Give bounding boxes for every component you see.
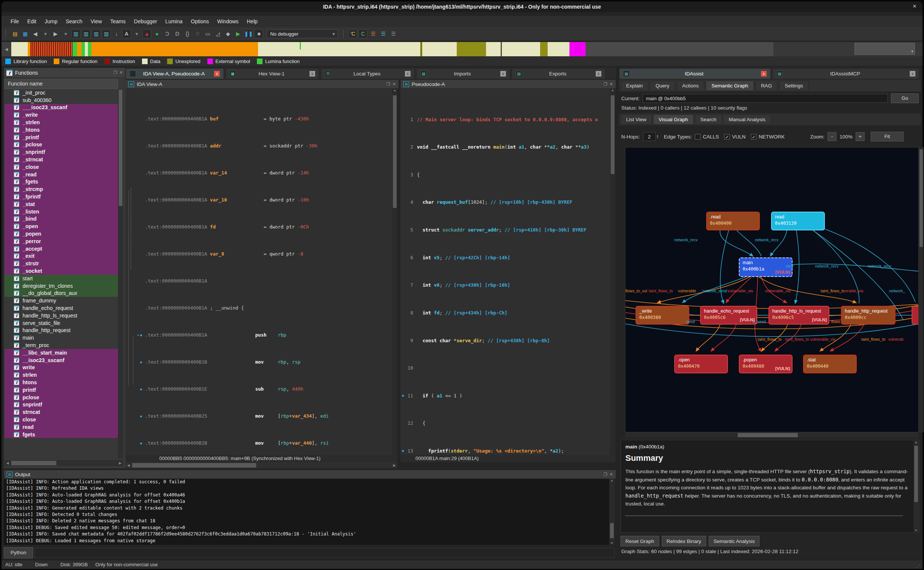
python-console-input[interactable] (35, 548, 615, 558)
go-button[interactable]: Go (891, 93, 919, 103)
idassist-mode-tab[interactable]: Explain (621, 81, 648, 91)
navband-segment[interactable] (72, 42, 77, 56)
menu-item[interactable]: Debugger (130, 17, 161, 26)
function-list-item[interactable]: f _snprintf (5, 148, 118, 156)
navband-range-control[interactable]: ▾ (855, 43, 915, 55)
output-scrollbar[interactable]: ▲▼ (609, 479, 615, 545)
navband-segment[interactable] (457, 42, 486, 56)
toolbar-icon[interactable]: ▤ (11, 29, 20, 38)
function-list-item[interactable]: f handle_http_ls_request (5, 312, 118, 319)
toolbar-icon[interactable]: ◆ (223, 29, 232, 38)
disassembly-line[interactable]: ▾● .text:0000000000400B1A var_14 = dword… (126, 170, 392, 176)
pseudocode-line[interactable]: ● 4 char request_buf[1024]; // [rsp+10h]… (400, 199, 610, 205)
function-list-item[interactable]: f pclose (5, 394, 118, 401)
function-list-item[interactable]: f __do_global_dtors_aux (5, 290, 118, 297)
tab-close-icon[interactable]: x (309, 71, 315, 77)
graph-node[interactable]: read 0x403120 (771, 211, 825, 230)
pseudocode-line[interactable]: ● 12 { (400, 420, 610, 427)
toolbar-icon[interactable]: ▥ (71, 29, 80, 38)
function-list-item[interactable]: f _term_proc (5, 342, 118, 349)
toolbar-icon[interactable]: Ⅾ (173, 29, 182, 38)
function-list-item[interactable]: f _strncat (5, 156, 118, 163)
navband-segment[interactable] (486, 42, 501, 56)
graph-view-tab[interactable]: Visual Graph (653, 115, 694, 124)
analysis-summary-panel[interactable]: main (0x400b1a) Summary This function is… (621, 440, 919, 533)
function-list-item[interactable]: f _close (5, 163, 118, 171)
graph-node[interactable]: .stat 0x400440 (803, 355, 857, 373)
disassembly-line[interactable]: ▾● .text:0000000000400B1B mov rbp, rsp (126, 359, 392, 366)
toolbar-icon[interactable]: ❚❚ (244, 29, 253, 38)
zoom-in-button[interactable]: + (856, 132, 865, 141)
checkbox-icon[interactable]: ✓ (751, 134, 756, 139)
function-list-item[interactable]: f _strcmp (5, 185, 118, 193)
idassist-mode-tab[interactable]: RAG (755, 81, 778, 91)
function-list-item[interactable]: f __libc_start_main (5, 349, 118, 357)
toolbar-icon[interactable]: {} (183, 29, 192, 38)
restore-icon[interactable]: ❐ (114, 70, 117, 75)
graph-node[interactable]: handle_http_ls_request 0x4006c5 [VULN] (769, 306, 829, 325)
tab-idassistmcp[interactable]: ▤ IDAssistMCP x (772, 68, 919, 79)
spinner-arrows-icon[interactable]: ▲▼ (656, 135, 659, 138)
function-list-item[interactable]: f fgets (5, 431, 118, 438)
toolbar-icon[interactable]: ↓ (112, 29, 121, 38)
graph-view-tab[interactable]: Search (695, 115, 722, 124)
menu-item[interactable]: Windows (213, 17, 242, 26)
toolbar-icon[interactable]: C (358, 29, 367, 38)
navband-segment[interactable] (258, 42, 420, 56)
tab-close-icon[interactable]: x (596, 71, 601, 77)
restore-icon[interactable]: ❐ (604, 82, 607, 87)
menu-item[interactable]: File (7, 17, 23, 26)
action-button[interactable]: Reset Graph (621, 536, 659, 546)
disassembly-line[interactable]: ▾● .text:0000000000400B2B mov [rbp+var_4… (126, 440, 392, 447)
output-log[interactable]: [IDAssist] INFO: Action application comp… (4, 479, 609, 545)
current-function-input[interactable]: main @ 0x400bb5 (643, 94, 888, 103)
menu-item[interactable]: Search (62, 17, 86, 26)
toolbar-icon[interactable]: ▲ (142, 29, 151, 38)
disassembly-line[interactable]: ▾● .text:0000000000400B1A ; __unwind { (126, 305, 392, 311)
function-list-item[interactable]: f _read (5, 171, 118, 178)
navband-segment[interactable] (88, 42, 92, 56)
function-list-item[interactable]: f handle_http_request (5, 327, 118, 334)
function-list-item[interactable]: f htons (5, 378, 118, 386)
close-icon[interactable]: ✕ (610, 82, 613, 87)
restore-icon[interactable]: ❐ (386, 82, 390, 87)
navband-left-arrow-icon[interactable]: ◀ (2, 42, 11, 56)
restore-icon[interactable]: ❐ (604, 472, 607, 477)
output-panel-header[interactable]: ▤ Output ❐✕ (4, 470, 616, 479)
function-list-item[interactable]: f _strlen (5, 119, 118, 126)
graph-node[interactable] (912, 306, 919, 325)
toolbar-icon[interactable]: ☰ (378, 29, 387, 38)
navband-segment[interactable] (81, 42, 85, 56)
idassist-mode-tab[interactable]: Query (650, 81, 675, 91)
close-icon[interactable]: ✕ (120, 70, 123, 75)
function-list-item[interactable]: f _strstr (5, 260, 118, 267)
action-button[interactable]: ReIndex Binary (662, 536, 706, 546)
menu-item[interactable]: Options (187, 17, 212, 26)
toolbar-icon[interactable]: ◿ (213, 29, 222, 38)
function-list-item[interactable]: f _open (5, 222, 118, 230)
fit-button[interactable]: Fit (871, 132, 904, 141)
graph-node[interactable]: main 0x400b1a [VULN] (739, 257, 793, 277)
navband-segment[interactable] (91, 42, 258, 56)
graph-vertical-scrollbar[interactable] (919, 147, 924, 432)
function-list-item[interactable]: f printf (5, 386, 118, 394)
edge-type-checkbox[interactable]: CALLS (695, 134, 719, 139)
disassembly-horizontal-scrollbar[interactable]: ◀▶ (126, 462, 397, 468)
navband-segment[interactable] (85, 42, 88, 56)
function-list-item[interactable]: f close (5, 416, 118, 423)
toolbar-icon[interactable]: ▥ (102, 29, 111, 38)
disassembly-line[interactable]: ▾● .text:0000000000400B1E sub rsp, 440h (126, 386, 392, 392)
action-button[interactable]: Semantic Analysis (709, 536, 760, 546)
navband-segment[interactable] (77, 42, 81, 56)
graph-view-tab[interactable]: List View (621, 115, 652, 124)
function-list-item[interactable]: f _accept (5, 245, 118, 253)
function-list-item[interactable]: f _pclose (5, 141, 118, 149)
disassembly-line[interactable]: ▾● .text:0000000000400B1A push rbp (126, 332, 392, 339)
pseudocode-line[interactable]: ● 5 struct sockaddr server_addr; // [rsp… (400, 227, 610, 233)
function-list-item[interactable]: f sub_400360 (5, 97, 118, 104)
disassembly-line[interactable]: ▾● .text:0000000000400B1A addr = sockadd… (126, 142, 392, 149)
close-icon[interactable]: ✕ (392, 82, 396, 87)
semantic-graph-canvas[interactable]: .read 0x400400 read 0x403120 main 0x400b… (625, 147, 919, 432)
navband-segment[interactable] (31, 42, 72, 56)
navband-segment[interactable] (586, 42, 773, 56)
